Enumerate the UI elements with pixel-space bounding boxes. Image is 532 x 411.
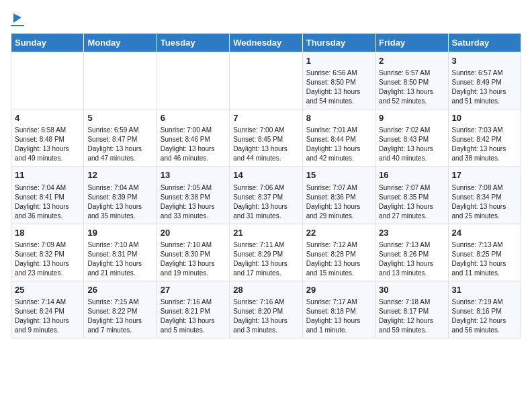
col-header-thursday: Thursday <box>302 34 375 52</box>
calendar-cell: 4Sunrise: 6:58 AM Sunset: 8:48 PM Daylig… <box>11 109 84 167</box>
calendar-cell: 9Sunrise: 7:02 AM Sunset: 8:43 PM Daylig… <box>375 109 448 167</box>
day-info: Sunrise: 7:19 AM Sunset: 8:16 PM Dayligh… <box>452 298 517 335</box>
calendar-table: SundayMondayTuesdayWednesdayThursdayFrid… <box>11 33 521 338</box>
day-number: 8 <box>306 112 371 124</box>
calendar-week-row: 18Sunrise: 7:09 AM Sunset: 8:32 PM Dayli… <box>11 224 521 281</box>
day-info: Sunrise: 7:03 AM Sunset: 8:42 PM Dayligh… <box>452 126 517 163</box>
day-number: 2 <box>379 55 444 67</box>
calendar-cell <box>230 52 302 109</box>
col-header-saturday: Saturday <box>448 34 521 52</box>
day-info: Sunrise: 7:06 AM Sunset: 8:37 PM Dayligh… <box>233 183 298 221</box>
day-number: 17 <box>452 169 517 181</box>
calendar-cell: 25Sunrise: 7:14 AM Sunset: 8:24 PM Dayli… <box>11 281 84 338</box>
day-number: 15 <box>306 169 371 181</box>
calendar-cell: 15Sunrise: 7:07 AM Sunset: 8:36 PM Dayli… <box>302 167 375 224</box>
calendar-cell: 6Sunrise: 7:00 AM Sunset: 8:46 PM Daylig… <box>157 109 229 167</box>
day-number: 24 <box>452 227 517 239</box>
day-info: Sunrise: 7:00 AM Sunset: 8:46 PM Dayligh… <box>161 126 226 163</box>
calendar-week-row: 11Sunrise: 7:04 AM Sunset: 8:41 PM Dayli… <box>11 167 521 224</box>
day-info: Sunrise: 6:59 AM Sunset: 8:47 PM Dayligh… <box>87 126 152 163</box>
day-info: Sunrise: 6:56 AM Sunset: 8:50 PM Dayligh… <box>306 68 371 106</box>
day-number: 30 <box>379 284 444 296</box>
day-info: Sunrise: 7:16 AM Sunset: 8:20 PM Dayligh… <box>233 298 298 335</box>
calendar-cell: 28Sunrise: 7:16 AM Sunset: 8:20 PM Dayli… <box>230 281 302 338</box>
svg-marker-0 <box>13 13 21 23</box>
day-info: Sunrise: 7:08 AM Sunset: 8:34 PM Dayligh… <box>452 183 517 221</box>
day-number: 4 <box>15 112 80 124</box>
calendar-cell <box>11 52 84 109</box>
calendar-cell: 24Sunrise: 7:13 AM Sunset: 8:25 PM Dayli… <box>448 224 521 281</box>
calendar-cell: 1Sunrise: 6:56 AM Sunset: 8:50 PM Daylig… <box>302 52 375 109</box>
day-number: 3 <box>452 55 517 67</box>
calendar-cell: 20Sunrise: 7:10 AM Sunset: 8:30 PM Dayli… <box>157 224 229 281</box>
day-number: 23 <box>379 227 444 239</box>
day-number: 1 <box>306 55 371 67</box>
day-info: Sunrise: 7:05 AM Sunset: 8:38 PM Dayligh… <box>161 183 226 221</box>
calendar-cell: 10Sunrise: 7:03 AM Sunset: 8:42 PM Dayli… <box>448 109 521 167</box>
day-number: 18 <box>15 227 80 239</box>
calendar-week-row: 1Sunrise: 6:56 AM Sunset: 8:50 PM Daylig… <box>11 52 521 109</box>
calendar-cell: 26Sunrise: 7:15 AM Sunset: 8:22 PM Dayli… <box>84 281 157 338</box>
calendar-cell: 2Sunrise: 6:57 AM Sunset: 8:50 PM Daylig… <box>375 52 448 109</box>
calendar-cell: 13Sunrise: 7:05 AM Sunset: 8:38 PM Dayli… <box>157 167 229 224</box>
page-header <box>11 11 521 26</box>
calendar-cell: 3Sunrise: 6:57 AM Sunset: 8:49 PM Daylig… <box>448 52 521 109</box>
day-info: Sunrise: 7:10 AM Sunset: 8:31 PM Dayligh… <box>87 240 152 278</box>
calendar-cell <box>157 52 229 109</box>
day-info: Sunrise: 6:57 AM Sunset: 8:49 PM Dayligh… <box>452 68 517 106</box>
day-number: 21 <box>233 227 298 239</box>
day-number: 6 <box>161 112 226 124</box>
day-info: Sunrise: 7:15 AM Sunset: 8:22 PM Dayligh… <box>87 298 152 335</box>
day-info: Sunrise: 7:17 AM Sunset: 8:18 PM Dayligh… <box>306 298 371 335</box>
calendar-cell <box>84 52 157 109</box>
day-info: Sunrise: 7:07 AM Sunset: 8:35 PM Dayligh… <box>379 183 444 221</box>
calendar-cell: 7Sunrise: 7:00 AM Sunset: 8:45 PM Daylig… <box>230 109 302 167</box>
day-info: Sunrise: 7:13 AM Sunset: 8:25 PM Dayligh… <box>452 240 517 278</box>
col-header-friday: Friday <box>375 34 448 52</box>
day-number: 19 <box>87 227 152 239</box>
day-info: Sunrise: 7:11 AM Sunset: 8:29 PM Dayligh… <box>233 240 298 278</box>
logo-triangle-icon <box>12 11 23 24</box>
day-info: Sunrise: 7:18 AM Sunset: 8:17 PM Dayligh… <box>379 298 444 335</box>
col-header-wednesday: Wednesday <box>230 34 302 52</box>
day-number: 20 <box>161 227 226 239</box>
day-number: 11 <box>15 169 80 181</box>
day-number: 12 <box>87 169 152 181</box>
day-number: 25 <box>15 284 80 296</box>
calendar-cell: 11Sunrise: 7:04 AM Sunset: 8:41 PM Dayli… <box>11 167 84 224</box>
day-info: Sunrise: 7:00 AM Sunset: 8:45 PM Dayligh… <box>233 126 298 163</box>
calendar-cell: 14Sunrise: 7:06 AM Sunset: 8:37 PM Dayli… <box>230 167 302 224</box>
day-number: 10 <box>452 112 517 124</box>
calendar-cell: 5Sunrise: 6:59 AM Sunset: 8:47 PM Daylig… <box>84 109 157 167</box>
calendar-cell: 17Sunrise: 7:08 AM Sunset: 8:34 PM Dayli… <box>448 167 521 224</box>
calendar-cell: 18Sunrise: 7:09 AM Sunset: 8:32 PM Dayli… <box>11 224 84 281</box>
day-number: 29 <box>306 284 371 296</box>
day-number: 26 <box>87 284 152 296</box>
day-info: Sunrise: 7:04 AM Sunset: 8:39 PM Dayligh… <box>87 183 152 221</box>
day-number: 28 <box>233 284 298 296</box>
calendar-cell: 30Sunrise: 7:18 AM Sunset: 8:17 PM Dayli… <box>375 281 448 338</box>
day-info: Sunrise: 7:09 AM Sunset: 8:32 PM Dayligh… <box>15 240 80 278</box>
day-number: 22 <box>306 227 371 239</box>
day-number: 27 <box>161 284 226 296</box>
calendar-cell: 19Sunrise: 7:10 AM Sunset: 8:31 PM Dayli… <box>84 224 157 281</box>
day-info: Sunrise: 7:07 AM Sunset: 8:36 PM Dayligh… <box>306 183 371 221</box>
day-info: Sunrise: 6:58 AM Sunset: 8:48 PM Dayligh… <box>15 126 80 163</box>
day-number: 7 <box>233 112 298 124</box>
col-header-sunday: Sunday <box>11 34 84 52</box>
calendar-cell: 21Sunrise: 7:11 AM Sunset: 8:29 PM Dayli… <box>230 224 302 281</box>
day-number: 14 <box>233 169 298 181</box>
day-number: 13 <box>161 169 226 181</box>
calendar-week-row: 4Sunrise: 6:58 AM Sunset: 8:48 PM Daylig… <box>11 109 521 167</box>
day-number: 31 <box>452 284 517 296</box>
calendar-week-row: 25Sunrise: 7:14 AM Sunset: 8:24 PM Dayli… <box>11 281 521 338</box>
day-info: Sunrise: 7:02 AM Sunset: 8:43 PM Dayligh… <box>379 126 444 163</box>
day-number: 9 <box>379 112 444 124</box>
calendar-cell: 23Sunrise: 7:13 AM Sunset: 8:26 PM Dayli… <box>375 224 448 281</box>
calendar-cell: 8Sunrise: 7:01 AM Sunset: 8:44 PM Daylig… <box>302 109 375 167</box>
day-number: 5 <box>87 112 152 124</box>
calendar-cell: 29Sunrise: 7:17 AM Sunset: 8:18 PM Dayli… <box>302 281 375 338</box>
calendar-cell: 16Sunrise: 7:07 AM Sunset: 8:35 PM Dayli… <box>375 167 448 224</box>
day-info: Sunrise: 7:13 AM Sunset: 8:26 PM Dayligh… <box>379 240 444 278</box>
day-number: 16 <box>379 169 444 181</box>
